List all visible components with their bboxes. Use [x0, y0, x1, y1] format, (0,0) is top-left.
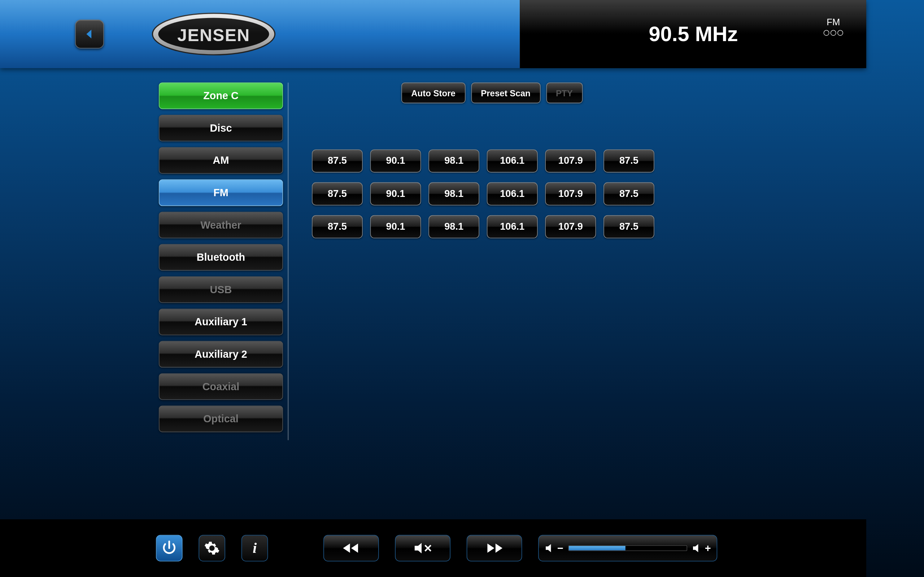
preset-1-4[interactable]: 106.1: [487, 149, 538, 172]
svg-marker-4: [343, 543, 350, 553]
content-area: Auto Store Preset Scan PTY 87.5 90.1 98.…: [289, 82, 866, 519]
brand-logo: JENSEN: [150, 11, 277, 57]
volume-track[interactable]: [568, 545, 688, 551]
seek-forward-icon: [483, 541, 506, 555]
info-icon: i: [247, 540, 263, 556]
top-bar: JENSEN 90.5 MHz FM: [0, 0, 866, 68]
source-coaxial: Coaxial: [159, 373, 283, 400]
preset-3-6[interactable]: 87.5: [604, 215, 654, 239]
svg-marker-0: [86, 29, 91, 38]
seek-back-button[interactable]: [323, 535, 379, 561]
preset-3-5[interactable]: 107.9: [545, 215, 596, 239]
source-usb: USB: [159, 276, 283, 303]
preset-1-1[interactable]: 87.5: [312, 149, 363, 172]
auto-store-button[interactable]: Auto Store: [401, 82, 465, 103]
bottom-bar: i −: [0, 519, 866, 577]
svg-marker-11: [546, 544, 551, 552]
volume-up-icon[interactable]: +: [692, 542, 711, 554]
volume-fill: [569, 546, 625, 551]
svg-marker-6: [415, 543, 422, 554]
back-icon: [82, 27, 97, 42]
preset-3-1[interactable]: 87.5: [312, 215, 363, 239]
svg-marker-12: [693, 544, 698, 552]
preset-grid: 87.5 90.1 98.1 106.1 107.9 87.5 87.5 90.…: [312, 149, 832, 238]
back-button[interactable]: [75, 19, 104, 48]
brand-logo-text: JENSEN: [177, 26, 250, 45]
svg-marker-10: [496, 543, 502, 553]
sidebar-divider: [288, 82, 289, 440]
preset-3-4[interactable]: 106.1: [487, 215, 538, 239]
seek-forward-button[interactable]: [467, 535, 522, 561]
screen: JENSEN 90.5 MHz FM Zone C Disc AM FM Wea…: [0, 0, 866, 577]
preset-1-3[interactable]: 98.1: [428, 149, 479, 172]
source-optical: Optical: [159, 406, 283, 432]
seek-back-icon: [340, 541, 363, 555]
source-disc[interactable]: Disc: [159, 115, 283, 141]
gear-icon: [204, 540, 220, 556]
station-display-panel: 90.5 MHz FM: [520, 0, 866, 68]
source-fm[interactable]: FM: [159, 180, 283, 206]
svg-marker-9: [487, 543, 494, 553]
frequency-display: 90.5 MHz: [649, 22, 738, 46]
source-am[interactable]: AM: [159, 147, 283, 174]
svg-marker-5: [351, 543, 358, 553]
source-weather: Weather: [159, 212, 283, 239]
preset-1-2[interactable]: 90.1: [370, 149, 421, 172]
power-icon: [161, 540, 177, 556]
settings-button[interactable]: [199, 535, 225, 561]
preset-scan-button[interactable]: Preset Scan: [471, 82, 540, 103]
band-label: FM: [824, 17, 843, 28]
preset-2-1[interactable]: 87.5: [312, 182, 363, 206]
volume-control[interactable]: − +: [538, 535, 717, 561]
svg-text:i: i: [253, 540, 257, 556]
function-row: Auto Store Preset Scan PTY: [401, 82, 832, 103]
preset-2-3[interactable]: 98.1: [428, 182, 479, 206]
preset-2-5[interactable]: 107.9: [545, 182, 596, 206]
pty-button: PTY: [546, 82, 583, 103]
mute-icon: [411, 541, 434, 555]
preset-1-6[interactable]: 87.5: [604, 149, 654, 172]
volume-down-icon[interactable]: −: [544, 542, 564, 554]
main-area: Zone C Disc AM FM Weather Bluetooth USB …: [0, 68, 866, 519]
source-sidebar: Zone C Disc AM FM Weather Bluetooth USB …: [0, 82, 289, 519]
info-button[interactable]: i: [241, 535, 268, 561]
band-indicator[interactable]: FM: [824, 17, 843, 36]
preset-3-3[interactable]: 98.1: [428, 215, 479, 239]
source-aux2[interactable]: Auxiliary 2: [159, 341, 283, 368]
preset-1-5[interactable]: 107.9: [545, 149, 596, 172]
preset-2-2[interactable]: 90.1: [370, 182, 421, 206]
source-aux1[interactable]: Auxiliary 1: [159, 309, 283, 335]
preset-2-6[interactable]: 87.5: [604, 182, 654, 206]
preset-3-2[interactable]: 90.1: [370, 215, 421, 239]
mute-button[interactable]: [395, 535, 451, 561]
zone-button[interactable]: Zone C: [159, 82, 283, 109]
preset-2-4[interactable]: 106.1: [487, 182, 538, 206]
band-page-dots: [824, 30, 843, 36]
power-button[interactable]: [156, 535, 183, 561]
source-bluetooth[interactable]: Bluetooth: [159, 244, 283, 271]
